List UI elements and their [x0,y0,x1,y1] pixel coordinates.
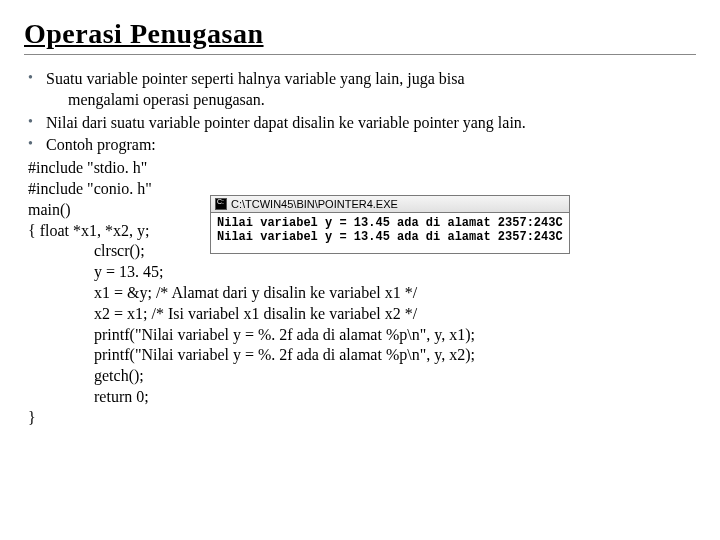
console-line: Nilai variabel y = 13.45 ada di alamat 2… [217,230,563,244]
code-line: #include "stdio. h" [24,158,696,179]
bullet-text: Contoh program: [46,136,156,153]
bullet-list: Suatu variable pointer seperti halnya va… [24,69,696,156]
code-line: } [24,408,696,429]
console-titlebar: C:\TCWIN45\BIN\POINTER4.EXE [211,196,569,213]
slide-title: Operasi Penugasan [24,18,696,55]
bullet-text: Nilai dari suatu variable pointer dapat … [46,114,526,131]
console-title: C:\TCWIN45\BIN\POINTER4.EXE [231,198,398,210]
console-window: C:\TCWIN45\BIN\POINTER4.EXE Nilai variab… [210,195,570,254]
bullet-continuation: mengalami operasi penugasan. [46,90,696,111]
code-line: return 0; [24,387,696,408]
bullet-item: Suatu variable pointer seperti halnya va… [24,69,696,111]
code-line: getch(); [24,366,696,387]
bullet-item: Nilai dari suatu variable pointer dapat … [24,113,696,134]
bullet-text: Suatu variable pointer seperti halnya va… [46,70,465,87]
bullet-item: Contoh program: [24,135,696,156]
code-line: printf("Nilai variabel y = %. 2f ada di … [24,325,696,346]
code-line: y = 13. 45; [24,262,696,283]
code-line: printf("Nilai variabel y = %. 2f ada di … [24,345,696,366]
code-line: x2 = x1; /* Isi variabel x1 disalin ke v… [24,304,696,325]
console-icon [215,198,227,210]
console-output: Nilai variabel y = 13.45 ada di alamat 2… [211,213,569,253]
console-line: Nilai variabel y = 13.45 ada di alamat 2… [217,216,563,230]
code-line: x1 = &y; /* Alamat dari y disalin ke var… [24,283,696,304]
